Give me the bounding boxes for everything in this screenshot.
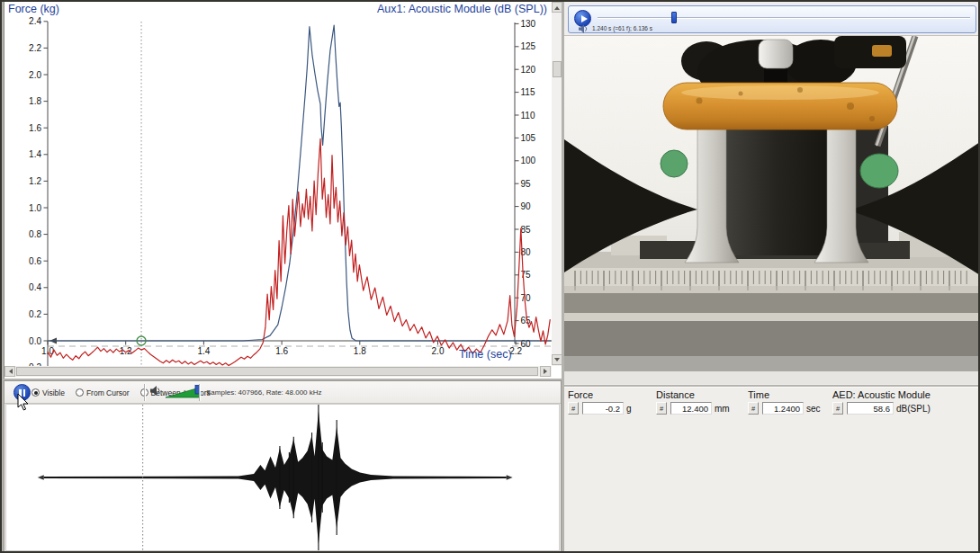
right-arrow-icon — [544, 369, 550, 374]
mouse-cursor-icon — [17, 394, 30, 412]
vertical-scroll-thumb[interactable] — [553, 61, 562, 77]
video-seek-thumb[interactable] — [671, 12, 677, 23]
volume-control[interactable] — [150, 385, 204, 399]
hash-button[interactable]: # — [748, 402, 759, 415]
measurements-panel: Force # -0.2 g Distance # 12.400 mm Time… — [564, 387, 980, 553]
svg-text:2.0: 2.0 — [29, 70, 41, 80]
svg-text:65: 65 — [521, 316, 532, 326]
chart-vertical-scrollbar[interactable] — [552, 2, 562, 366]
unit-label: dB(SPL) — [896, 404, 931, 414]
green-knob-right — [860, 154, 898, 188]
scroll-up-button[interactable] — [552, 2, 562, 13]
audio-toolbar: VisibleFrom CursorBetween Anchors Sample… — [4, 381, 561, 404]
field-label: Distance — [656, 389, 730, 400]
svg-text:2.2: 2.2 — [29, 43, 41, 53]
green-knob-left — [661, 150, 688, 177]
speaker-icon — [150, 385, 161, 397]
svg-text:75: 75 — [521, 270, 532, 280]
svg-text:100: 100 — [521, 156, 536, 165]
radio-dot-icon — [76, 388, 84, 397]
audio-panel: VisibleFrom CursorBetween Anchors Sample… — [4, 380, 562, 553]
svg-text:0.2: 0.2 — [29, 309, 41, 319]
hash-button[interactable]: # — [568, 402, 579, 415]
radio-label: Visible — [42, 388, 65, 397]
radio-visible[interactable]: Visible — [31, 388, 65, 397]
svg-text:85: 85 — [521, 225, 532, 235]
waveform-display[interactable] — [5, 404, 560, 551]
force-acoustic-chart[interactable]: 2.42.22.01.81.61.41.21.00.80.60.40.20.0-… — [4, 2, 562, 379]
left-arrow-icon — [6, 369, 13, 374]
measure-force: Force # -0.2 g — [568, 389, 632, 415]
svg-text:120: 120 — [521, 65, 536, 75]
rig-centre-column — [719, 119, 834, 255]
scroll-left-button[interactable] — [4, 366, 15, 377]
distance-value-field[interactable]: 12.400 — [670, 402, 712, 415]
force-value-field[interactable]: -0.2 — [582, 402, 624, 415]
application-window: 2.42.22.01.81.61.41.21.00.80.60.40.20.0-… — [0, 0, 980, 553]
speaker-icon — [579, 24, 589, 35]
field-label: Force — [568, 389, 632, 400]
volume-wedge-icon — [166, 388, 200, 397]
measure-aed: AED: Acoustic Module # 58.6 dB(SPL) — [832, 389, 931, 415]
svg-text:2.4: 2.4 — [29, 16, 41, 26]
svg-text:1.0: 1.0 — [29, 203, 41, 213]
svg-text:0.6: 0.6 — [29, 256, 41, 266]
toolbar-separator — [199, 384, 201, 401]
down-arrow-icon — [554, 358, 560, 364]
field-label: AED: Acoustic Module — [832, 389, 931, 400]
svg-text:105: 105 — [521, 133, 536, 143]
svg-text:115: 115 — [521, 87, 535, 97]
video-player-controls: 1.240 s (=61 f); 6.136 s — [568, 5, 976, 33]
video-feed — [564, 35, 980, 383]
unit-label: g — [626, 404, 632, 414]
chart-horizontal-scrollbar[interactable] — [4, 366, 552, 377]
chart-panel: 2.42.22.01.81.61.41.21.00.80.60.40.20.0-… — [4, 2, 562, 379]
measure-time: Time # 1.2400 sec — [748, 389, 821, 415]
svg-text:1.4: 1.4 — [197, 346, 210, 356]
svg-text:0.4: 0.4 — [29, 282, 41, 292]
up-arrow-icon — [554, 4, 560, 10]
radio-dot-icon — [31, 388, 40, 397]
svg-text:1.8: 1.8 — [29, 96, 41, 106]
svg-text:1.6: 1.6 — [275, 346, 288, 356]
toolbar-separator — [144, 384, 146, 401]
svg-text:2.0: 2.0 — [432, 346, 445, 356]
unit-label: sec — [806, 404, 821, 414]
right-axis-title: Aux1: Acoustic Module (dB (SPL)) — [377, 3, 547, 15]
video-seek-bar[interactable] — [598, 17, 970, 19]
svg-text:0.8: 0.8 — [29, 229, 41, 239]
time-value-field[interactable]: 1.2400 — [762, 402, 804, 415]
aed-value-field[interactable]: 58.6 — [847, 402, 894, 415]
scroll-right-button[interactable] — [540, 366, 551, 377]
svg-text:95: 95 — [521, 179, 532, 189]
radio-from-cursor[interactable]: From Cursor — [76, 388, 130, 397]
waveform-envelope — [44, 411, 507, 544]
svg-text:0.0: 0.0 — [29, 336, 41, 346]
svg-text:90: 90 — [521, 201, 532, 211]
svg-text:1.4: 1.4 — [29, 149, 41, 159]
unit-label: mm — [715, 404, 730, 414]
scroll-down-button[interactable] — [552, 354, 562, 365]
svg-text:1.8: 1.8 — [354, 346, 366, 356]
svg-text:1.6: 1.6 — [29, 123, 41, 133]
svg-text:125: 125 — [521, 41, 536, 51]
horizontal-scroll-thumb[interactable] — [16, 367, 538, 376]
svg-text:110: 110 — [521, 111, 535, 120]
video-time-status: 1.240 s (=61 f); 6.136 s — [592, 25, 652, 31]
radio-label: From Cursor — [86, 388, 130, 397]
svg-text:1.2: 1.2 — [29, 176, 41, 186]
left-axis-title: Force (kg) — [8, 3, 59, 15]
field-label: Time — [748, 389, 821, 400]
video-panel: 1.240 s (=61 f); 6.136 s — [564, 2, 980, 385]
measure-distance: Distance # 12.400 mm — [656, 389, 730, 415]
samples-rate-status: Samples: 407966, Rate: 48.000 kHz — [206, 388, 322, 397]
hash-button[interactable]: # — [656, 402, 667, 415]
svg-text:60: 60 — [521, 339, 532, 349]
svg-text:130: 130 — [521, 19, 536, 29]
x-axis-title: Time (sec) — [459, 348, 512, 361]
hash-button[interactable]: # — [832, 402, 843, 415]
series-force — [48, 25, 551, 341]
svg-text:70: 70 — [521, 293, 532, 303]
